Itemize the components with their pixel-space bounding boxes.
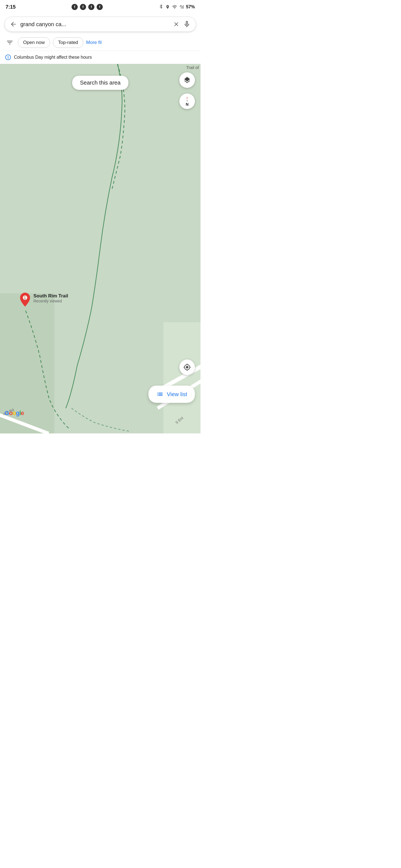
pin-label: South Rim Trail Recently viewed <box>33 293 68 303</box>
open-now-filter[interactable]: Open now <box>18 37 50 48</box>
google-logo: Google <box>4 409 24 417</box>
location-pin[interactable]: 🚶 South Rim Trail Recently viewed <box>19 292 68 307</box>
svg-marker-7 <box>187 100 188 102</box>
fb-icon-1: f <box>71 4 78 10</box>
my-location-icon <box>183 363 191 371</box>
google-logo-text: Google <box>4 409 24 417</box>
compass-arrow-icon <box>184 96 190 102</box>
compass-button[interactable]: N <box>179 93 195 109</box>
search-input[interactable]: grand canyon ca... <box>20 21 170 28</box>
my-location-button[interactable] <box>179 360 195 375</box>
filter-bar: Open now Top-rated More fil <box>0 34 200 51</box>
info-icon <box>5 54 11 60</box>
view-list-button[interactable]: View list <box>148 385 195 403</box>
status-right-icons: 57% <box>159 4 195 10</box>
svg-marker-6 <box>187 97 188 99</box>
pin-subtitle: Recently viewed <box>33 299 68 303</box>
top-rated-filter[interactable]: Top-rated <box>53 37 84 48</box>
trail-of-label: Trail of <box>184 64 200 71</box>
map-area[interactable]: Trail of Search this area N 🚶 South Rim … <box>0 64 200 433</box>
map-svg <box>0 64 200 433</box>
signal-icon <box>179 4 184 9</box>
svg-text:🚶: 🚶 <box>23 296 27 300</box>
status-app-icons: f f f f <box>71 4 103 10</box>
fb-icon-3: f <box>88 4 94 10</box>
home-indicator <box>0 433 200 434</box>
pin-title: South Rim Trail <box>33 293 68 299</box>
filter-icon-button[interactable] <box>4 37 15 48</box>
voice-button[interactable] <box>183 20 191 28</box>
list-icon <box>156 391 164 398</box>
battery-text: 57% <box>186 4 195 9</box>
location-icon <box>165 4 170 10</box>
layers-icon <box>183 76 191 84</box>
search-bar[interactable]: grand canyon ca... <box>4 17 196 32</box>
wifi-icon <box>172 4 178 9</box>
pin-icon: 🚶 <box>19 292 31 307</box>
layers-button[interactable] <box>179 72 195 88</box>
search-area-button[interactable]: Search this area <box>72 76 128 90</box>
compass-n-label: N <box>186 102 189 106</box>
fb-icon-2: f <box>80 4 86 10</box>
info-banner-text: Columbus Day might affect these hours <box>14 55 92 60</box>
info-banner: Columbus Day might affect these hours <box>0 51 200 64</box>
bluetooth-icon <box>159 4 164 10</box>
status-time: 7:15 <box>6 4 16 10</box>
clear-button[interactable] <box>173 21 180 28</box>
view-list-text: View list <box>167 391 187 398</box>
status-bar: 7:15 f f f f 57% <box>0 0 200 14</box>
more-filters-link[interactable]: More fil <box>86 40 102 45</box>
search-container: grand canyon ca... <box>0 14 200 34</box>
back-button[interactable] <box>10 21 17 28</box>
fb-icon-4: f <box>97 4 103 10</box>
